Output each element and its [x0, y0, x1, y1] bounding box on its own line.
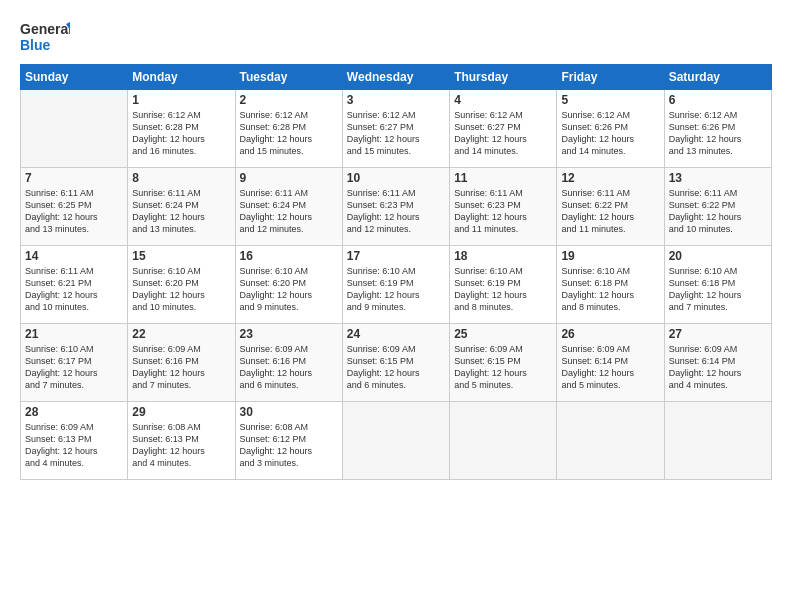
day-info: Sunrise: 6:12 AMSunset: 6:26 PMDaylight:…: [669, 109, 767, 158]
day-info: Sunrise: 6:12 AMSunset: 6:27 PMDaylight:…: [454, 109, 552, 158]
calendar-cell: [664, 402, 771, 480]
calendar-cell: [21, 90, 128, 168]
day-number: 13: [669, 171, 767, 185]
calendar-cell: 10Sunrise: 6:11 AMSunset: 6:23 PMDayligh…: [342, 168, 449, 246]
day-number: 10: [347, 171, 445, 185]
calendar-cell: 21Sunrise: 6:10 AMSunset: 6:17 PMDayligh…: [21, 324, 128, 402]
day-number: 4: [454, 93, 552, 107]
svg-text:General: General: [20, 21, 70, 37]
day-info: Sunrise: 6:12 AMSunset: 6:28 PMDaylight:…: [240, 109, 338, 158]
day-number: 26: [561, 327, 659, 341]
calendar-week-row: 7Sunrise: 6:11 AMSunset: 6:25 PMDaylight…: [21, 168, 772, 246]
logo: General Blue: [20, 18, 70, 56]
day-info: Sunrise: 6:12 AMSunset: 6:27 PMDaylight:…: [347, 109, 445, 158]
calendar-header: SundayMondayTuesdayWednesdayThursdayFrid…: [21, 65, 772, 90]
calendar-cell: 1Sunrise: 6:12 AMSunset: 6:28 PMDaylight…: [128, 90, 235, 168]
calendar-cell: 18Sunrise: 6:10 AMSunset: 6:19 PMDayligh…: [450, 246, 557, 324]
weekday-header: Saturday: [664, 65, 771, 90]
day-number: 9: [240, 171, 338, 185]
day-number: 27: [669, 327, 767, 341]
day-number: 11: [454, 171, 552, 185]
day-info: Sunrise: 6:12 AMSunset: 6:26 PMDaylight:…: [561, 109, 659, 158]
day-number: 24: [347, 327, 445, 341]
calendar-cell: 19Sunrise: 6:10 AMSunset: 6:18 PMDayligh…: [557, 246, 664, 324]
day-info: Sunrise: 6:11 AMSunset: 6:24 PMDaylight:…: [132, 187, 230, 236]
day-info: Sunrise: 6:10 AMSunset: 6:18 PMDaylight:…: [669, 265, 767, 314]
calendar-cell: [342, 402, 449, 480]
day-number: 21: [25, 327, 123, 341]
calendar-cell: 11Sunrise: 6:11 AMSunset: 6:23 PMDayligh…: [450, 168, 557, 246]
calendar-body: 1Sunrise: 6:12 AMSunset: 6:28 PMDaylight…: [21, 90, 772, 480]
day-info: Sunrise: 6:10 AMSunset: 6:20 PMDaylight:…: [132, 265, 230, 314]
calendar-cell: 4Sunrise: 6:12 AMSunset: 6:27 PMDaylight…: [450, 90, 557, 168]
calendar-cell: [450, 402, 557, 480]
day-number: 2: [240, 93, 338, 107]
day-number: 29: [132, 405, 230, 419]
day-info: Sunrise: 6:12 AMSunset: 6:28 PMDaylight:…: [132, 109, 230, 158]
day-info: Sunrise: 6:11 AMSunset: 6:25 PMDaylight:…: [25, 187, 123, 236]
calendar-cell: 22Sunrise: 6:09 AMSunset: 6:16 PMDayligh…: [128, 324, 235, 402]
day-info: Sunrise: 6:10 AMSunset: 6:20 PMDaylight:…: [240, 265, 338, 314]
weekday-header: Tuesday: [235, 65, 342, 90]
weekday-header: Friday: [557, 65, 664, 90]
calendar-cell: 13Sunrise: 6:11 AMSunset: 6:22 PMDayligh…: [664, 168, 771, 246]
calendar-cell: 25Sunrise: 6:09 AMSunset: 6:15 PMDayligh…: [450, 324, 557, 402]
day-info: Sunrise: 6:09 AMSunset: 6:14 PMDaylight:…: [561, 343, 659, 392]
day-number: 23: [240, 327, 338, 341]
calendar-week-row: 21Sunrise: 6:10 AMSunset: 6:17 PMDayligh…: [21, 324, 772, 402]
header: General Blue: [20, 18, 772, 56]
day-number: 18: [454, 249, 552, 263]
day-info: Sunrise: 6:11 AMSunset: 6:24 PMDaylight:…: [240, 187, 338, 236]
weekday-header: Sunday: [21, 65, 128, 90]
day-info: Sunrise: 6:08 AMSunset: 6:13 PMDaylight:…: [132, 421, 230, 470]
day-number: 16: [240, 249, 338, 263]
day-info: Sunrise: 6:09 AMSunset: 6:16 PMDaylight:…: [132, 343, 230, 392]
calendar-cell: 24Sunrise: 6:09 AMSunset: 6:15 PMDayligh…: [342, 324, 449, 402]
calendar-cell: 14Sunrise: 6:11 AMSunset: 6:21 PMDayligh…: [21, 246, 128, 324]
day-info: Sunrise: 6:11 AMSunset: 6:22 PMDaylight:…: [669, 187, 767, 236]
calendar-cell: 20Sunrise: 6:10 AMSunset: 6:18 PMDayligh…: [664, 246, 771, 324]
day-info: Sunrise: 6:11 AMSunset: 6:22 PMDaylight:…: [561, 187, 659, 236]
calendar-cell: 15Sunrise: 6:10 AMSunset: 6:20 PMDayligh…: [128, 246, 235, 324]
day-info: Sunrise: 6:09 AMSunset: 6:15 PMDaylight:…: [347, 343, 445, 392]
day-number: 25: [454, 327, 552, 341]
calendar-cell: 9Sunrise: 6:11 AMSunset: 6:24 PMDaylight…: [235, 168, 342, 246]
day-number: 12: [561, 171, 659, 185]
svg-text:Blue: Blue: [20, 37, 51, 53]
day-info: Sunrise: 6:10 AMSunset: 6:19 PMDaylight:…: [347, 265, 445, 314]
day-number: 22: [132, 327, 230, 341]
calendar-cell: 8Sunrise: 6:11 AMSunset: 6:24 PMDaylight…: [128, 168, 235, 246]
day-number: 17: [347, 249, 445, 263]
calendar-page: General Blue SundayMondayTuesdayWednesda…: [0, 0, 792, 612]
calendar-cell: 17Sunrise: 6:10 AMSunset: 6:19 PMDayligh…: [342, 246, 449, 324]
calendar-cell: 28Sunrise: 6:09 AMSunset: 6:13 PMDayligh…: [21, 402, 128, 480]
day-info: Sunrise: 6:10 AMSunset: 6:17 PMDaylight:…: [25, 343, 123, 392]
day-number: 7: [25, 171, 123, 185]
calendar-cell: 7Sunrise: 6:11 AMSunset: 6:25 PMDaylight…: [21, 168, 128, 246]
logo-svg: General Blue: [20, 18, 70, 56]
day-number: 19: [561, 249, 659, 263]
weekday-header: Wednesday: [342, 65, 449, 90]
day-info: Sunrise: 6:10 AMSunset: 6:19 PMDaylight:…: [454, 265, 552, 314]
day-number: 20: [669, 249, 767, 263]
calendar-cell: 6Sunrise: 6:12 AMSunset: 6:26 PMDaylight…: [664, 90, 771, 168]
calendar-cell: 5Sunrise: 6:12 AMSunset: 6:26 PMDaylight…: [557, 90, 664, 168]
day-info: Sunrise: 6:11 AMSunset: 6:23 PMDaylight:…: [347, 187, 445, 236]
calendar-week-row: 1Sunrise: 6:12 AMSunset: 6:28 PMDaylight…: [21, 90, 772, 168]
calendar-cell: 30Sunrise: 6:08 AMSunset: 6:12 PMDayligh…: [235, 402, 342, 480]
day-number: 14: [25, 249, 123, 263]
day-info: Sunrise: 6:11 AMSunset: 6:21 PMDaylight:…: [25, 265, 123, 314]
calendar-cell: [557, 402, 664, 480]
day-number: 8: [132, 171, 230, 185]
day-info: Sunrise: 6:09 AMSunset: 6:14 PMDaylight:…: [669, 343, 767, 392]
calendar-cell: 16Sunrise: 6:10 AMSunset: 6:20 PMDayligh…: [235, 246, 342, 324]
weekday-header: Monday: [128, 65, 235, 90]
day-info: Sunrise: 6:10 AMSunset: 6:18 PMDaylight:…: [561, 265, 659, 314]
day-number: 3: [347, 93, 445, 107]
day-number: 5: [561, 93, 659, 107]
calendar-table: SundayMondayTuesdayWednesdayThursdayFrid…: [20, 64, 772, 480]
day-number: 30: [240, 405, 338, 419]
weekday-header: Thursday: [450, 65, 557, 90]
calendar-cell: 3Sunrise: 6:12 AMSunset: 6:27 PMDaylight…: [342, 90, 449, 168]
day-number: 28: [25, 405, 123, 419]
